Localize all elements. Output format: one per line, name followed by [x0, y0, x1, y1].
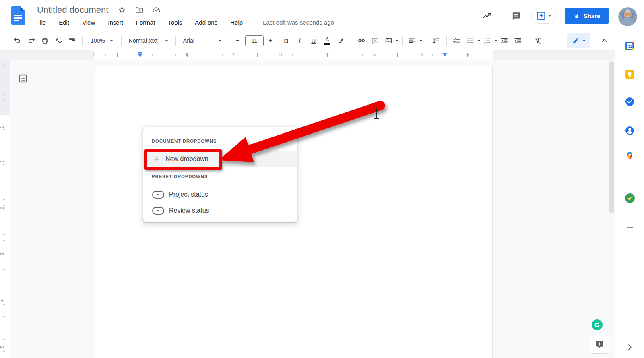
calendar-label: 31: [628, 44, 632, 48]
font-size-input[interactable]: 11: [245, 35, 264, 46]
move-folder-icon[interactable]: [134, 5, 144, 15]
show-outline-button[interactable]: [18, 73, 28, 84]
menu-help[interactable]: Help: [229, 18, 244, 27]
cloud-saved-icon[interactable]: [151, 5, 162, 15]
align-caret[interactable]: [419, 40, 423, 41]
ruler-number: 5: [0, 346, 4, 348]
right-indent-marker[interactable]: [442, 53, 448, 57]
bold-button[interactable]: B: [279, 34, 293, 47]
paragraph-style-select[interactable]: Normal text: [125, 34, 172, 47]
ruler-number: 7: [467, 52, 469, 57]
clear-formatting-button[interactable]: [532, 34, 545, 47]
section-preset-dropdowns: PRESET DROPDOWNS: [152, 174, 208, 179]
menu-view[interactable]: View: [81, 18, 96, 27]
redo-button[interactable]: [24, 34, 38, 47]
spellcheck-button[interactable]: [52, 34, 65, 47]
insert-image-caret[interactable]: [396, 40, 399, 41]
menu-file[interactable]: File: [35, 18, 47, 27]
grammarly-assistant-button[interactable]: [590, 335, 609, 354]
checklist-button[interactable]: [450, 34, 464, 47]
dropdowns-menu-panel: DOCUMENT DROPDOWNS New dropdown PRESET D…: [143, 127, 297, 222]
calendar-icon[interactable]: 31: [624, 40, 636, 52]
section-document-dropdowns: DOCUMENT DROPDOWNS: [152, 139, 217, 143]
menu-insert[interactable]: Insert: [107, 18, 124, 27]
dropdown-oval-icon: [152, 191, 164, 199]
undo-button[interactable]: [10, 34, 24, 47]
comments-icon[interactable]: [511, 11, 521, 21]
star-icon[interactable]: [117, 5, 127, 15]
share-label: Share: [584, 12, 601, 19]
menu-edit[interactable]: Edit: [58, 18, 70, 27]
line-spacing-button[interactable]: [429, 34, 443, 47]
tasks-icon[interactable]: [624, 96, 636, 107]
menu-format[interactable]: Format: [135, 18, 156, 27]
numbered-list-caret[interactable]: [494, 40, 497, 41]
menu-item-label: Project status: [169, 191, 208, 198]
increase-font-size-button[interactable]: +: [266, 34, 276, 47]
menu-tools[interactable]: Tools: [167, 18, 183, 27]
share-button[interactable]: Share: [565, 8, 609, 24]
ruler-number: 3: [0, 253, 4, 255]
bullet-list-button[interactable]: [464, 34, 477, 47]
contacts-icon[interactable]: [624, 125, 636, 136]
vertical-ruler: 1 1 2 3 4 5: [0, 60, 10, 358]
menu-item-project-status[interactable]: Project status: [143, 187, 297, 202]
toolbar-divider: [82, 36, 83, 46]
toolbar-divider: [175, 36, 176, 46]
get-addons-plus-icon[interactable]: [624, 222, 636, 233]
collapse-toolbar-button[interactable]: [597, 34, 611, 47]
ruler-number: 2: [0, 207, 4, 209]
title-row: Untitled document: [35, 4, 162, 16]
toolbar-divider: [594, 36, 594, 46]
toolbar-divider: [528, 36, 528, 46]
docs-logo[interactable]: [11, 6, 25, 25]
text-color-button[interactable]: A: [320, 34, 334, 47]
edit-mode-pencil-icon: [572, 37, 580, 44]
maps-icon[interactable]: [624, 150, 636, 161]
decrease-indent-button[interactable]: [497, 34, 511, 47]
zoom-select[interactable]: 100%: [86, 34, 118, 47]
ruler-number: 2: [232, 52, 235, 57]
decrease-font-size-button[interactable]: −: [233, 34, 243, 47]
paint-format-button[interactable]: [65, 34, 79, 47]
hide-side-panel-chevron[interactable]: [624, 341, 636, 353]
document-title[interactable]: Untitled document: [35, 4, 110, 16]
bullet-list-caret[interactable]: [477, 40, 481, 41]
italic-button[interactable]: I: [293, 34, 307, 47]
avatar[interactable]: [618, 7, 637, 26]
present-icon: [536, 11, 546, 21]
numbered-list-button[interactable]: 1 2 3: [481, 34, 494, 47]
present-button[interactable]: [531, 8, 556, 24]
add-comment-button[interactable]: [368, 34, 382, 47]
increase-indent-button[interactable]: [511, 34, 525, 47]
side-panel-rail: 31: [615, 31, 644, 358]
svg-text:3: 3: [484, 41, 485, 44]
dropdown-oval-icon: [152, 207, 164, 215]
vertical-scrollbar[interactable]: [609, 61, 614, 213]
mail-merge-addon-icon[interactable]: [624, 192, 636, 204]
editing-mode-button[interactable]: [567, 33, 590, 48]
print-button[interactable]: [38, 34, 52, 47]
toolbar-divider: [229, 36, 229, 46]
font-select[interactable]: Arial: [179, 34, 226, 47]
menu-addons[interactable]: Add-ons: [194, 18, 218, 27]
insert-image-button[interactable]: [382, 34, 396, 47]
ruler-number: 1: [0, 160, 4, 163]
underline-button[interactable]: U: [307, 34, 320, 47]
rail-divider: [623, 176, 636, 176]
ruler-number: 4: [326, 52, 329, 57]
align-button[interactable]: [406, 34, 419, 47]
toolbar-divider: [402, 36, 402, 46]
menu-bar: File Edit View Insert Format Tools Add-o…: [35, 18, 334, 27]
ruler-number: 4: [0, 299, 4, 302]
keep-icon[interactable]: [624, 68, 636, 80]
toolbar-divider: [426, 36, 426, 46]
highlight-button[interactable]: [334, 34, 348, 47]
insert-link-button[interactable]: [355, 34, 368, 47]
activity-icon[interactable]: [482, 10, 492, 21]
menu-item-review-status[interactable]: Review status: [143, 203, 297, 218]
left-indent-marker[interactable]: [137, 52, 143, 58]
last-edit-status[interactable]: Last edit was seconds ago: [263, 19, 334, 26]
google-docs-app: Untitled document File Edit: [0, 0, 644, 358]
grammarly-icon[interactable]: G: [592, 319, 603, 330]
